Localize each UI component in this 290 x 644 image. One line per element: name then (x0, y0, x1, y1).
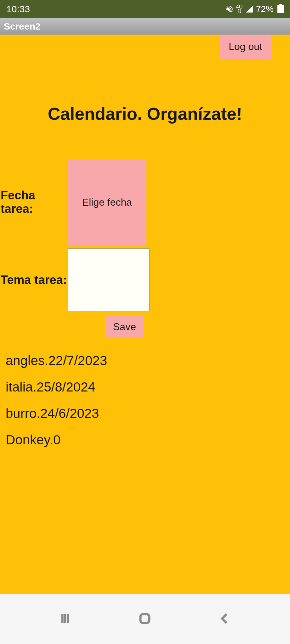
save-button[interactable]: Save (105, 315, 144, 338)
app-bar: Screen2 (0, 18, 290, 35)
svg-rect-3 (140, 614, 149, 623)
mute-icon (225, 5, 234, 13)
status-bar: 10:33 4G⇅ 72% (0, 0, 290, 18)
topic-input[interactable] (68, 248, 150, 311)
label-topic: Tema tarea: (0, 273, 68, 287)
main-content: Log out Calendario. Organízate! Fecha ta… (0, 35, 290, 594)
list-item[interactable]: Donkey.0 (6, 427, 284, 453)
network-4g-icon: 4G⇅ (236, 5, 243, 14)
app-bar-title: Screen2 (4, 21, 41, 32)
list-item[interactable]: italia.25/8/2024 (6, 374, 284, 400)
list-item[interactable]: burro.24/6/2023 (6, 400, 284, 427)
recent-apps-button[interactable] (59, 612, 72, 626)
status-time: 10:33 (6, 4, 30, 14)
signal-icon (245, 5, 253, 13)
page-title: Calendario. Organízate! (0, 104, 290, 124)
row-date: Fecha tarea: Elige fecha (0, 160, 146, 245)
battery-icon (277, 5, 284, 13)
battery-percentage: 72% (256, 4, 274, 14)
choose-date-button[interactable]: Elige fecha (68, 160, 146, 245)
task-list: angles.22/7/2023 italia.25/8/2024 burro.… (6, 347, 284, 453)
label-date: Fecha tarea: (0, 189, 68, 216)
logout-button[interactable]: Log out (220, 35, 271, 59)
nav-bar (0, 594, 290, 644)
back-button[interactable] (218, 612, 231, 626)
home-button[interactable] (138, 612, 151, 626)
list-item[interactable]: angles.22/7/2023 (6, 347, 284, 374)
status-right: 4G⇅ 72% (225, 4, 284, 14)
row-topic: Tema tarea: (0, 248, 150, 311)
